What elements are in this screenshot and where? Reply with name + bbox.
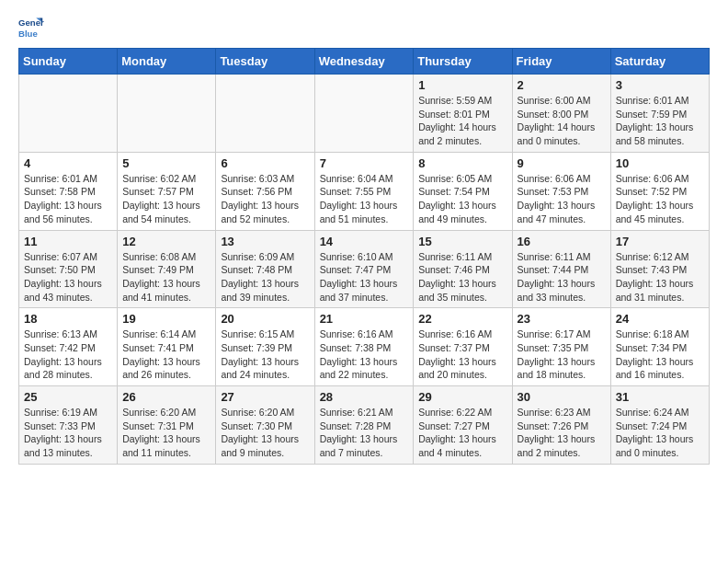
day-content: Sunrise: 6:12 AM Sunset: 7:43 PM Dayligh… [616, 250, 704, 304]
calendar-cell [19, 75, 118, 153]
calendar-week-2: 4Sunrise: 6:01 AM Sunset: 7:58 PM Daylig… [19, 152, 710, 230]
day-content: Sunrise: 6:04 AM Sunset: 7:55 PM Dayligh… [320, 172, 409, 226]
calendar-cell: 8Sunrise: 6:05 AM Sunset: 7:54 PM Daylig… [414, 152, 512, 230]
calendar-table: SundayMondayTuesdayWednesdayThursdayFrid… [18, 48, 710, 465]
weekday-header-row: SundayMondayTuesdayWednesdayThursdayFrid… [19, 49, 710, 75]
calendar-cell: 19Sunrise: 6:14 AM Sunset: 7:41 PM Dayli… [118, 308, 216, 386]
day-content: Sunrise: 6:01 AM Sunset: 7:59 PM Dayligh… [616, 94, 704, 148]
day-content: Sunrise: 5:59 AM Sunset: 8:01 PM Dayligh… [418, 94, 506, 148]
day-number: 8 [418, 156, 506, 170]
day-content: Sunrise: 6:20 AM Sunset: 7:30 PM Dayligh… [221, 406, 309, 460]
logo: General Blue [18, 15, 44, 40]
day-number: 12 [122, 235, 210, 248]
day-number: 27 [221, 390, 309, 404]
day-number: 28 [320, 390, 409, 404]
day-content: Sunrise: 6:09 AM Sunset: 7:48 PM Dayligh… [221, 250, 309, 304]
day-number: 2 [518, 78, 606, 92]
weekday-header-thursday: Thursday [414, 49, 512, 75]
day-content: Sunrise: 6:14 AM Sunset: 7:41 PM Dayligh… [122, 327, 210, 382]
calendar-cell: 24Sunrise: 6:18 AM Sunset: 7:34 PM Dayli… [610, 308, 709, 386]
header: General Blue [18, 15, 710, 40]
calendar-cell: 9Sunrise: 6:06 AM Sunset: 7:53 PM Daylig… [512, 152, 610, 230]
day-number: 21 [320, 312, 409, 326]
calendar-cell: 7Sunrise: 6:04 AM Sunset: 7:55 PM Daylig… [314, 152, 414, 230]
calendar-cell: 30Sunrise: 6:23 AM Sunset: 7:26 PM Dayli… [512, 386, 610, 465]
weekday-header-wednesday: Wednesday [314, 49, 414, 75]
calendar-week-1: 1Sunrise: 5:59 AM Sunset: 8:01 PM Daylig… [19, 75, 710, 153]
day-number: 20 [221, 312, 309, 326]
day-number: 7 [320, 156, 409, 170]
day-number: 11 [24, 235, 112, 248]
day-number: 4 [24, 156, 112, 170]
calendar-cell: 28Sunrise: 6:21 AM Sunset: 7:28 PM Dayli… [314, 386, 414, 465]
day-content: Sunrise: 6:00 AM Sunset: 8:00 PM Dayligh… [518, 94, 606, 148]
calendar-cell: 3Sunrise: 6:01 AM Sunset: 7:59 PM Daylig… [610, 75, 709, 153]
day-content: Sunrise: 6:10 AM Sunset: 7:47 PM Dayligh… [320, 250, 409, 304]
day-content: Sunrise: 6:06 AM Sunset: 7:52 PM Dayligh… [616, 172, 704, 226]
day-number: 18 [24, 312, 112, 326]
calendar-cell: 4Sunrise: 6:01 AM Sunset: 7:58 PM Daylig… [19, 152, 118, 230]
day-content: Sunrise: 6:03 AM Sunset: 7:56 PM Dayligh… [221, 172, 309, 226]
calendar-cell: 20Sunrise: 6:15 AM Sunset: 7:39 PM Dayli… [216, 308, 314, 386]
svg-text:Blue: Blue [18, 29, 38, 39]
day-content: Sunrise: 6:18 AM Sunset: 7:34 PM Dayligh… [616, 327, 704, 382]
calendar-cell: 18Sunrise: 6:13 AM Sunset: 7:42 PM Dayli… [19, 308, 118, 386]
day-number: 26 [122, 390, 210, 404]
day-content: Sunrise: 6:16 AM Sunset: 7:37 PM Dayligh… [418, 327, 506, 382]
calendar-cell: 25Sunrise: 6:19 AM Sunset: 7:33 PM Dayli… [19, 386, 118, 465]
calendar-week-3: 11Sunrise: 6:07 AM Sunset: 7:50 PM Dayli… [19, 230, 710, 308]
day-number: 6 [221, 156, 309, 170]
calendar-cell: 14Sunrise: 6:10 AM Sunset: 7:47 PM Dayli… [314, 230, 414, 308]
day-number: 23 [518, 312, 606, 326]
calendar-cell: 12Sunrise: 6:08 AM Sunset: 7:49 PM Dayli… [118, 230, 216, 308]
day-content: Sunrise: 6:11 AM Sunset: 7:46 PM Dayligh… [418, 250, 506, 304]
weekday-header-monday: Monday [118, 49, 216, 75]
calendar-cell: 6Sunrise: 6:03 AM Sunset: 7:56 PM Daylig… [216, 152, 314, 230]
day-number: 19 [122, 312, 210, 326]
calendar-cell: 23Sunrise: 6:17 AM Sunset: 7:35 PM Dayli… [512, 308, 610, 386]
weekday-header-friday: Friday [512, 49, 610, 75]
weekday-header-sunday: Sunday [19, 49, 118, 75]
day-content: Sunrise: 6:19 AM Sunset: 7:33 PM Dayligh… [24, 406, 112, 460]
weekday-header-tuesday: Tuesday [216, 49, 314, 75]
calendar-cell: 11Sunrise: 6:07 AM Sunset: 7:50 PM Dayli… [19, 230, 118, 308]
day-content: Sunrise: 6:24 AM Sunset: 7:24 PM Dayligh… [616, 406, 704, 460]
day-content: Sunrise: 6:16 AM Sunset: 7:38 PM Dayligh… [320, 327, 409, 382]
weekday-header-saturday: Saturday [610, 49, 709, 75]
day-number: 14 [320, 235, 409, 248]
day-number: 25 [24, 390, 112, 404]
calendar-cell: 17Sunrise: 6:12 AM Sunset: 7:43 PM Dayli… [610, 230, 709, 308]
day-content: Sunrise: 6:13 AM Sunset: 7:42 PM Dayligh… [24, 327, 112, 382]
day-number: 30 [518, 390, 606, 404]
calendar-cell [314, 75, 414, 153]
calendar-week-5: 25Sunrise: 6:19 AM Sunset: 7:33 PM Dayli… [19, 386, 710, 465]
day-content: Sunrise: 6:08 AM Sunset: 7:49 PM Dayligh… [122, 250, 210, 304]
day-number: 15 [418, 235, 506, 248]
calendar-week-4: 18Sunrise: 6:13 AM Sunset: 7:42 PM Dayli… [19, 308, 710, 386]
calendar-cell: 1Sunrise: 5:59 AM Sunset: 8:01 PM Daylig… [414, 75, 512, 153]
calendar-cell: 27Sunrise: 6:20 AM Sunset: 7:30 PM Dayli… [216, 386, 314, 465]
day-number: 10 [616, 156, 704, 170]
calendar-cell: 10Sunrise: 6:06 AM Sunset: 7:52 PM Dayli… [610, 152, 709, 230]
calendar-cell: 15Sunrise: 6:11 AM Sunset: 7:46 PM Dayli… [414, 230, 512, 308]
day-content: Sunrise: 6:20 AM Sunset: 7:31 PM Dayligh… [122, 406, 210, 460]
day-content: Sunrise: 6:06 AM Sunset: 7:53 PM Dayligh… [518, 172, 606, 226]
day-number: 24 [616, 312, 704, 326]
calendar-cell [118, 75, 216, 153]
day-content: Sunrise: 6:01 AM Sunset: 7:58 PM Dayligh… [24, 172, 112, 226]
day-number: 5 [122, 156, 210, 170]
day-content: Sunrise: 6:11 AM Sunset: 7:44 PM Dayligh… [518, 250, 606, 304]
calendar-cell [216, 75, 314, 153]
day-number: 29 [418, 390, 506, 404]
day-content: Sunrise: 6:21 AM Sunset: 7:28 PM Dayligh… [320, 406, 409, 460]
logo-icon: General Blue [18, 15, 44, 40]
calendar-cell: 29Sunrise: 6:22 AM Sunset: 7:27 PM Dayli… [414, 386, 512, 465]
calendar-cell: 16Sunrise: 6:11 AM Sunset: 7:44 PM Dayli… [512, 230, 610, 308]
calendar-cell: 31Sunrise: 6:24 AM Sunset: 7:24 PM Dayli… [610, 386, 709, 465]
day-content: Sunrise: 6:22 AM Sunset: 7:27 PM Dayligh… [418, 406, 506, 460]
day-content: Sunrise: 6:17 AM Sunset: 7:35 PM Dayligh… [518, 327, 606, 382]
day-content: Sunrise: 6:15 AM Sunset: 7:39 PM Dayligh… [221, 327, 309, 382]
day-number: 16 [518, 235, 606, 248]
day-content: Sunrise: 6:07 AM Sunset: 7:50 PM Dayligh… [24, 250, 112, 304]
calendar-cell: 13Sunrise: 6:09 AM Sunset: 7:48 PM Dayli… [216, 230, 314, 308]
